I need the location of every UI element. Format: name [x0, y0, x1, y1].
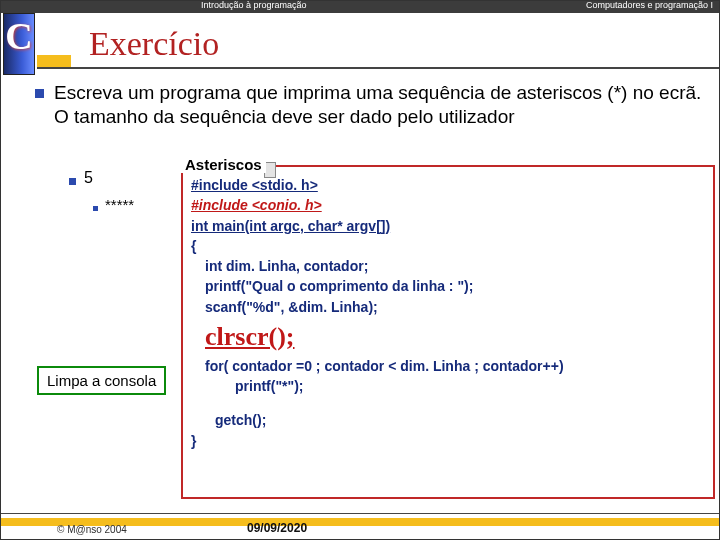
example-input: 5 [84, 169, 93, 187]
code-line: scanf("%d", &dim. Linha); [191, 297, 711, 317]
example-output-row: ***** [93, 196, 134, 213]
code-line: int dim. Linha, contador; [191, 256, 711, 276]
footer-copyright: © M@nso 2004 [57, 524, 127, 535]
title-underline [37, 67, 719, 69]
header-right: Computadores e programação I [586, 0, 713, 10]
example-input-row: 5 [69, 169, 93, 187]
code-line: getch(); [191, 410, 711, 430]
logo-letter: C [5, 14, 32, 58]
bullet-icon [69, 178, 76, 185]
callout-box: Limpa a consola [37, 366, 166, 395]
bullet-icon [93, 206, 98, 211]
footer: © M@nso 2004 09/09/2020 [1, 513, 719, 539]
bullet-icon [35, 89, 44, 98]
code-line: { [191, 236, 711, 256]
code-line: printf("Qual o comprimento da linha : ")… [191, 276, 711, 296]
code-line: #include <stdio. h> [191, 175, 711, 195]
exercise-prompt: Escreva um programa que imprima uma sequ… [54, 81, 709, 129]
logo-c: C [3, 13, 35, 75]
code-line: for( contador =0 ; contador < dim. Linha… [191, 356, 711, 376]
code-line: int main(int argc, char* argv[]) [191, 216, 711, 236]
callout-text: Limpa a consola [47, 372, 156, 389]
code-line: printf("*"); [191, 376, 711, 396]
code-line: } [191, 431, 711, 451]
accent-block [37, 55, 71, 67]
page-title: Exercício [89, 25, 219, 63]
footer-date: 09/09/2020 [247, 521, 307, 535]
code-highlight: clrscr(); [205, 322, 294, 351]
header-left: Introdução à programação [201, 0, 307, 10]
example-output: ***** [105, 196, 134, 213]
code-line: #include <conio. h> [191, 195, 711, 215]
code-block-title: Asteriscos [181, 156, 266, 173]
code-content: #include <stdio. h> #include <conio. h> … [191, 175, 711, 451]
header-band: Introdução à programação Computadores e … [1, 1, 719, 13]
